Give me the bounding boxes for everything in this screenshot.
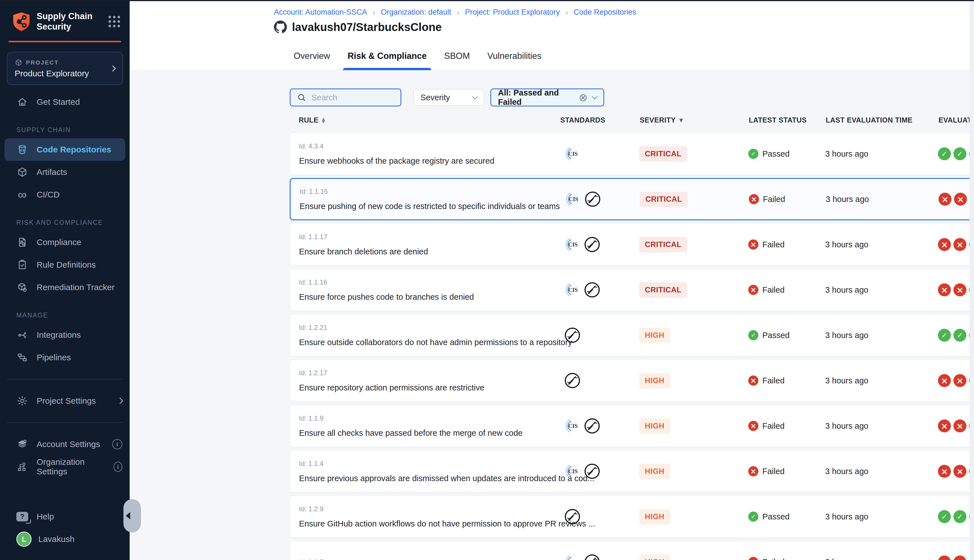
history-failed-icon: × (954, 465, 966, 478)
rule-cell: Id: 1.1.15Ensure pushing of new code is … (290, 188, 560, 211)
rule-cell: Id: 1.1.5 (290, 558, 560, 560)
history-failed-icon: × (954, 283, 966, 296)
sidebar-item-label: Get Started (37, 97, 80, 107)
owasp-standard-icon (584, 191, 601, 207)
nav-section-label-risk-and-compliance: RISK AND COMPLIANCE (0, 206, 130, 231)
sidebar-item-artifacts[interactable]: Artifacts (0, 161, 130, 183)
table-row[interactable]: Id: 1.2.17Ensure repository action permi… (290, 360, 974, 402)
divider (7, 379, 123, 380)
svg-text:CIS: CIS (569, 196, 578, 202)
sidebar-item-compliance[interactable]: Compliance (0, 231, 130, 253)
history-failed-icon: × (954, 374, 966, 387)
evaluation-history: ××××××× (938, 555, 974, 560)
sidebar-item-account-settings[interactable]: Account Settings i (0, 433, 130, 455)
evaluation-time: 3 hours ago (825, 512, 938, 522)
severity-badge: CRITICAL (640, 192, 688, 207)
breadcrumb-link-organization-default[interactable]: Organization: default (381, 8, 451, 17)
status-cell: ×Failed (748, 421, 825, 431)
severity-dropdown[interactable]: Severity (413, 89, 484, 106)
sort-desc-icon[interactable]: ▼ (679, 117, 683, 123)
clear-filter-icon[interactable]: ⊗ (579, 92, 588, 103)
table-row[interactable]: Id: 1.2.9Ensure GitHub action workflows … (290, 495, 974, 538)
breadcrumb-link-project-product-exploratory[interactable]: Project: Product Exploratory (465, 8, 560, 17)
owasp-standard-icon (564, 327, 580, 343)
rule-cell: Id: 1.1.16Ensure force pushes code to br… (290, 278, 560, 302)
evaluation-time: 3 hours ago (825, 467, 938, 476)
rule-id: Id: 1.1.15 (300, 188, 328, 195)
rule-description: Ensure branch deletions are denied (299, 247, 428, 256)
evaluation-history: ××××××× (938, 238, 974, 251)
get-started-icon (16, 96, 28, 108)
table-row[interactable]: Id: 1.2.21Ensure outside collaborators d… (290, 314, 974, 356)
sidebar-item-rule-definitions[interactable]: Rule Definitions (0, 253, 130, 276)
table-row[interactable]: Id: 1.1.15Ensure pushing of new code is … (290, 178, 974, 220)
owasp-standard-icon (584, 463, 600, 480)
breadcrumb-link-code-repositories[interactable]: Code Repositories (574, 8, 636, 17)
tab-risk-compliance[interactable]: Risk & Compliance (347, 42, 427, 70)
column-header-label: SEVERITY (640, 116, 676, 124)
owasp-standard-icon (584, 554, 600, 560)
standards-cell: CIS (560, 282, 639, 298)
column-header-standards[interactable]: STANDARDS (560, 116, 640, 124)
svg-text:CIS: CIS (568, 287, 577, 293)
sidebar-item-code-repositories[interactable]: Code Repositories (5, 138, 125, 161)
sidebar-item-remediation-tracker[interactable]: Remediation Tracker (0, 276, 130, 298)
column-header-severity[interactable]: SEVERITY▼ (640, 116, 749, 124)
column-header-rule[interactable]: RULE▲▼ (290, 116, 560, 124)
breadcrumb: Account: Automation-SSCA›Organization: d… (274, 8, 974, 17)
status-label: Passed (762, 331, 790, 340)
sidebar-item-pipelines[interactable]: Pipelines (0, 346, 130, 369)
sidebar-item-help[interactable]: ? Help (0, 505, 130, 528)
svg-text:CIS: CIS (568, 423, 577, 429)
info-icon[interactable]: i (112, 439, 122, 449)
severity-badge: HIGH (639, 418, 670, 434)
column-header-evaluation-history[interactable]: EVALUATION HISTORY (939, 116, 974, 124)
severity-badge: CRITICAL (639, 146, 687, 162)
sidebar-collapse-handle[interactable] (123, 499, 141, 532)
rule-definitions-icon (16, 259, 28, 271)
tab-overview[interactable]: Overview (293, 42, 330, 70)
sidebar-item-integrations[interactable]: Integrations (0, 324, 130, 346)
table-row[interactable]: Id: 1.1.4Ensure previous approvals are d… (290, 450, 974, 492)
breadcrumb-link-account-automation-ssca[interactable]: Account: Automation-SSCA (274, 8, 367, 17)
column-header-last-evaluation-time[interactable]: LAST EVALUATION TIME (826, 116, 939, 124)
project-selector[interactable]: PROJECT Product Exploratory (7, 52, 123, 85)
sidebar-item-project-settings[interactable]: Project Settings (0, 390, 130, 412)
app-title: Supply Chain Security (37, 11, 98, 32)
tab-vulnerabilities[interactable]: Vulnerabilities (487, 42, 542, 70)
status-filter-chip[interactable]: All: Passed and Failed ⊗ (490, 88, 604, 107)
user-menu[interactable]: L Lavakush (0, 528, 130, 550)
severity-badge: HIGH (639, 509, 670, 525)
sidebar: Supply Chain Security PROJECT Product Ex… (0, 0, 130, 560)
status-failed-icon: × (748, 421, 759, 431)
tabs-bar: OverviewRisk & ComplianceSBOMVulnerabili… (130, 42, 974, 70)
info-icon[interactable]: i (113, 462, 122, 472)
app-grid-icon[interactable] (108, 16, 120, 27)
evaluation-history: ✓✓✓✓✓✓✓ (938, 147, 974, 160)
table-row[interactable]: Id: 4.3.4Ensure webhooks of the package … (290, 133, 974, 175)
table-row[interactable]: Id: 1.1.17Ensure branch deletions are de… (290, 223, 974, 266)
sidebar-item-get-started[interactable]: Get Started (0, 91, 130, 113)
tab-sbom[interactable]: SBOM (444, 42, 470, 70)
table-row[interactable]: Id: 1.1.9Ensure all checks have passed b… (290, 405, 974, 447)
sort-icon[interactable]: ▲▼ (322, 117, 325, 123)
table-row[interactable]: Id: 1.1.5CISHIGH×Failed3 hours ago××××××… (290, 541, 974, 560)
sidebar-item-label: Account Settings (37, 440, 100, 449)
sidebar-item-organization-settings[interactable]: Organization Settings i (0, 455, 130, 478)
evaluation-history: ✓✓✓✓✓✓✓ (938, 329, 974, 342)
history-failed-icon: × (954, 193, 967, 206)
scrollbar[interactable] (969, 1, 974, 560)
history-failed-icon: × (938, 465, 951, 478)
severity-cell: CRITICAL (639, 282, 748, 298)
search-input[interactable] (311, 93, 394, 103)
help-chat-icon: ? (16, 511, 28, 523)
rule-cell: Id: 1.1.9Ensure all checks have passed b… (290, 414, 560, 438)
table-row[interactable]: Id: 1.1.16Ensure force pushes code to br… (290, 269, 974, 311)
cis-standard-icon: CIS (564, 554, 580, 560)
sidebar-item-ci-cd[interactable]: ∞CI/CD (0, 183, 130, 206)
rule-description: Ensure all checks have passed before the… (299, 428, 522, 438)
rule-cell: Id: 1.2.17Ensure repository action permi… (290, 369, 560, 392)
column-header-latest-status[interactable]: LATEST STATUS (749, 116, 826, 124)
owasp-standard-icon (564, 372, 580, 389)
evaluation-time: 3 hours ago (826, 195, 939, 204)
